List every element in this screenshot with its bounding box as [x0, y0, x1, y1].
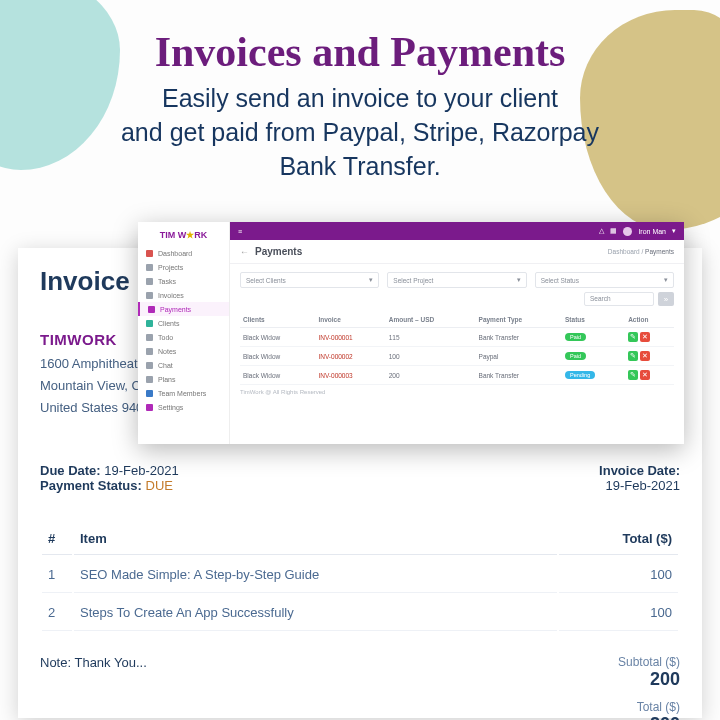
sidebar-menu: Dashboard Projects Tasks Invoices Paymen… — [138, 246, 229, 414]
due-date: Due Date: 19-Feb-2021Payment Status: DUE — [40, 463, 179, 493]
menu-icon[interactable]: ≡ — [238, 228, 242, 235]
edit-button[interactable]: ✎ — [628, 351, 638, 361]
edit-button[interactable]: ✎ — [628, 370, 638, 380]
table-row: Black WidowINV-000001115Bank TransferPai… — [240, 328, 674, 347]
status-badge: Paid — [565, 352, 586, 360]
status-badge: Pending — [565, 371, 595, 379]
page-title: Payments — [255, 246, 302, 257]
hero-title: Invoices and Payments — [0, 0, 720, 76]
sidebar-item-plans[interactable]: Plans — [138, 372, 229, 386]
col-status[interactable]: Status — [562, 312, 625, 328]
footer: TimWork @ All Rights Reserved — [230, 385, 684, 399]
grid-icon[interactable]: ▦ — [610, 227, 617, 235]
col-amount[interactable]: Amount – USD — [386, 312, 476, 328]
select-status[interactable]: Select Status▾ — [535, 272, 674, 288]
invoice-items-table: # Item Total ($) 1SEO Made Simple: A Ste… — [40, 521, 680, 633]
chevron-down-icon: ▾ — [517, 276, 521, 284]
select-clients[interactable]: Select Clients▾ — [240, 272, 379, 288]
user-name[interactable]: Iron Man — [638, 228, 666, 235]
sidebar-item-settings[interactable]: Settings — [138, 400, 229, 414]
avatar[interactable] — [623, 227, 632, 236]
table-row: Black WidowINV-000002100PaypalPaid✎✕ — [240, 347, 674, 366]
bell-icon[interactable]: △ — [599, 227, 604, 235]
col-clients[interactable]: Clients — [240, 312, 315, 328]
sidebar-item-notes[interactable]: Notes — [138, 344, 229, 358]
table-row: 2Steps To Create An App Successfully100 — [42, 595, 678, 631]
sidebar-item-invoices[interactable]: Invoices — [138, 288, 229, 302]
sidebar-item-team[interactable]: Team Members — [138, 386, 229, 400]
search-input[interactable]: Search — [584, 292, 654, 306]
hero-subtitle: Easily send an invoice to your client an… — [0, 82, 720, 183]
sidebar-item-chat[interactable]: Chat — [138, 358, 229, 372]
invoice-heading: Invoice — [40, 266, 130, 297]
invoice-link[interactable]: INV-000002 — [315, 347, 385, 366]
sidebar-item-projects[interactable]: Projects — [138, 260, 229, 274]
sidebar-item-clients[interactable]: Clients — [138, 316, 229, 330]
topbar: ≡ △ ▦ Iron Man ▾ — [230, 222, 684, 240]
invoice-date: Invoice Date:19-Feb-2021 — [599, 463, 680, 493]
delete-button[interactable]: ✕ — [640, 370, 650, 380]
invoice-totals: Subtotal ($) 200 Total ($) 200 — [618, 655, 680, 720]
breadcrumb: Dashboard / Payments — [608, 248, 674, 255]
sidebar: TIM W★RK Dashboard Projects Tasks Invoic… — [138, 222, 230, 444]
col-invoice[interactable]: Invoice — [315, 312, 385, 328]
sidebar-item-dashboard[interactable]: Dashboard — [138, 246, 229, 260]
search-button[interactable]: » — [658, 292, 674, 306]
select-project[interactable]: Select Project▾ — [387, 272, 526, 288]
invoice-note: Note: Thank You... — [40, 655, 147, 720]
chevron-down-icon: ▾ — [664, 276, 668, 284]
delete-button[interactable]: ✕ — [640, 351, 650, 361]
payments-table: Clients Invoice Amount – USD Payment Typ… — [240, 312, 674, 385]
invoice-link[interactable]: INV-000001 — [315, 328, 385, 347]
logo: TIM W★RK — [138, 228, 229, 246]
status-badge: Paid — [565, 333, 586, 341]
table-row: 1SEO Made Simple: A Step-by-Step Guide10… — [42, 557, 678, 593]
chevron-down-icon[interactable]: ▾ — [672, 227, 676, 235]
col-action[interactable]: Action — [625, 312, 674, 328]
chevron-down-icon: ▾ — [369, 276, 373, 284]
sidebar-item-payments[interactable]: Payments — [138, 302, 229, 316]
col-type[interactable]: Payment Type — [476, 312, 562, 328]
edit-button[interactable]: ✎ — [628, 332, 638, 342]
delete-button[interactable]: ✕ — [640, 332, 650, 342]
back-button[interactable]: ← — [240, 247, 249, 257]
sidebar-item-tasks[interactable]: Tasks — [138, 274, 229, 288]
dashboard-window: TIM W★RK Dashboard Projects Tasks Invoic… — [138, 222, 684, 444]
invoice-link[interactable]: INV-000003 — [315, 366, 385, 385]
sidebar-item-todo[interactable]: Todo — [138, 330, 229, 344]
table-row: Black WidowINV-000003200Bank TransferPen… — [240, 366, 674, 385]
